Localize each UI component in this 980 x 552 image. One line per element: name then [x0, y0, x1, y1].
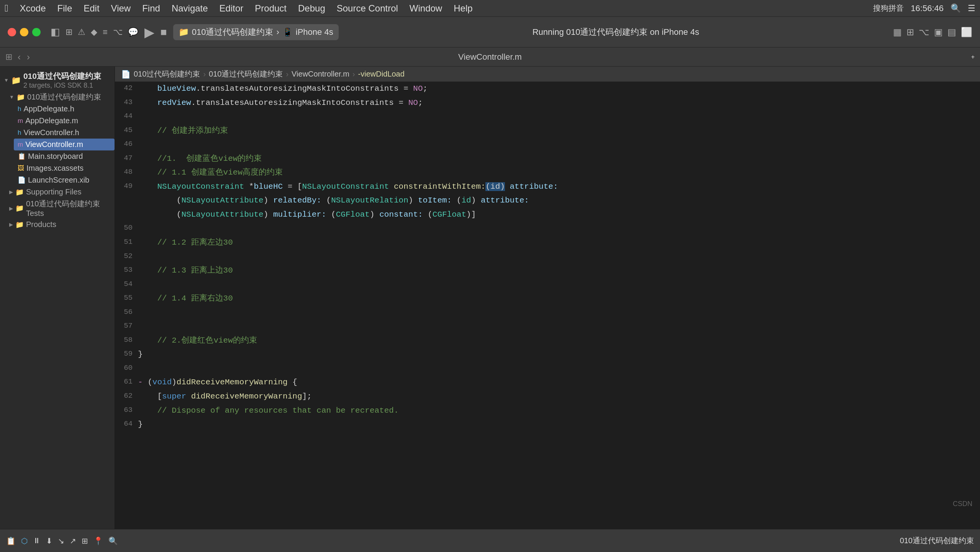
breadcrumb-part3[interactable]: ViewController.m	[292, 70, 349, 78]
layout-version-icon[interactable]: ⌥	[919, 27, 929, 38]
sidebar-item-appdelegate-h[interactable]: h AppDelegate.h	[14, 103, 115, 115]
code-line-51: 51 // 1.2 距离左边30	[115, 236, 980, 250]
menu-source-control[interactable]: Source Control	[334, 2, 400, 15]
breadcrumb: 📄 010过代码创建约束 › 010通过代码创建约束 › ViewControl…	[115, 67, 980, 82]
products-header[interactable]: ▶ 📁 Products	[6, 219, 115, 230]
file-name: ViewController.m	[25, 140, 83, 149]
add-tab-icon[interactable]: +	[971, 54, 975, 60]
layout-assistant-icon[interactable]: ⊞	[906, 27, 914, 38]
clock: 16:56:46	[911, 3, 944, 13]
input-method[interactable]: 搜狗拼音	[873, 3, 904, 13]
code-line-56: 56	[115, 306, 980, 320]
line-content	[138, 362, 980, 376]
code-line-59: 59 }	[115, 348, 980, 362]
run-button[interactable]: ▶	[144, 24, 154, 40]
sidebar-toggle-icon[interactable]: ◧	[51, 26, 60, 38]
step-into-icon[interactable]: ↘	[58, 536, 64, 545]
code-line-55: 55 // 1.4 距离右边30	[115, 292, 980, 306]
control-center-icon[interactable]: ☰	[968, 3, 975, 13]
breakpoint-icon[interactable]: ⬡	[21, 536, 28, 545]
layout-full-icon[interactable]: ⬜	[961, 27, 972, 38]
menu-navigate[interactable]: Navigate	[169, 2, 210, 15]
menu-editor[interactable]: Editor	[217, 2, 246, 15]
step-out-icon[interactable]: ↗	[70, 536, 76, 545]
file-icon-storyboard: 📋	[18, 152, 26, 160]
location-icon[interactable]: 📍	[93, 536, 103, 545]
menu-edit[interactable]: Edit	[81, 2, 102, 15]
group-triangle: ▼	[9, 94, 14, 100]
sidebar-item-launchscreen[interactable]: 📄 LaunchScreen.xib	[14, 174, 115, 186]
tabbar: ⊞ ‹ › ViewController.m +	[0, 47, 980, 67]
history-icon[interactable]: 💬	[128, 27, 138, 37]
list-icon[interactable]: ≡	[103, 27, 108, 37]
line-number: 58	[115, 334, 138, 346]
pause-icon[interactable]: ⏸	[33, 536, 41, 545]
project-root[interactable]: ▼ 📁 010通过代码创建约束 2 targets, iOS SDK 8.1	[0, 69, 115, 90]
line-content: // 1.1 创建蓝色view高度的约束	[138, 166, 980, 180]
layout-split-icon[interactable]: ▣	[934, 27, 943, 38]
menu-xcode[interactable]: Xcode	[18, 2, 48, 15]
debug-area-icon[interactable]: 📋	[6, 536, 16, 545]
issues-icon[interactable]: ⚠	[78, 27, 85, 37]
hierarchy-icon[interactable]: ⊞	[66, 27, 72, 37]
menu-file[interactable]: File	[55, 2, 75, 15]
layout-standard-icon[interactable]: ▦	[893, 27, 902, 38]
breadcrumb-part2[interactable]: 010通过代码创建约束	[209, 69, 283, 79]
line-content: // 创建并添加约束	[138, 124, 980, 138]
folder-icon4: 📁	[15, 220, 24, 229]
line-content: // 1.4 距离右边30	[138, 292, 980, 306]
menu-help[interactable]: Help	[451, 2, 475, 15]
supporting-files-header[interactable]: ▶ 📁 Supporting Files	[6, 186, 115, 197]
group-label2: Supporting Files	[26, 188, 82, 196]
code-line-49b: (NSLayoutAttribute) relatedBy: (NSLayout…	[115, 194, 980, 208]
sidebar-item-images-xcassets[interactable]: 🖼 Images.xcassets	[14, 162, 115, 174]
search-icon[interactable]: 🔍	[951, 3, 961, 13]
nav-forward-button[interactable]: ›	[25, 51, 32, 63]
breadcrumb-part1[interactable]: 010过代码创建约束	[134, 69, 200, 79]
sidebar-item-main-storyboard[interactable]: 📋 Main.storyboard	[14, 150, 115, 162]
folder-icon: 📁	[16, 93, 25, 101]
layout-single-icon[interactable]: ▤	[947, 27, 956, 38]
close-button[interactable]	[8, 28, 16, 36]
maximize-button[interactable]	[32, 28, 41, 36]
toggle-panel-icon[interactable]: ⊞	[82, 536, 88, 545]
line-content: blueView.translatesAutoresizingMaskIntoC…	[138, 82, 980, 96]
step-over-icon[interactable]: ⬇	[46, 536, 52, 545]
project-subtitle: 2 targets, iOS SDK 8.1	[23, 82, 101, 90]
code-line-54: 54	[115, 278, 980, 292]
apple-menu[interactable]: 	[5, 2, 8, 14]
menu-find[interactable]: Find	[140, 2, 162, 15]
scheme-selector[interactable]: 📁 010通过代码创建约束 › 📱 iPhone 4s	[173, 24, 339, 40]
line-number: 60	[115, 362, 138, 374]
menu-view[interactable]: View	[109, 2, 133, 15]
sidebar-item-viewcontroller-m[interactable]: m ViewController.m	[14, 139, 115, 150]
menubar:  Xcode File Edit View Find Navigate Edi…	[0, 0, 980, 17]
editor-split-icon[interactable]: ⊞	[5, 52, 12, 62]
code-line-49c: (NSLayoutAttribute) multiplier: (CGFloat…	[115, 208, 980, 222]
main-group-header[interactable]: ▼ 📁 010通过代码创建约束	[6, 90, 115, 103]
code-editor[interactable]: 42 blueView.translatesAutoresizingMaskIn…	[115, 82, 980, 529]
main-layout: ▼ 📁 010通过代码创建约束 2 targets, iOS SDK 8.1 ▼…	[0, 67, 980, 529]
line-content	[138, 138, 980, 152]
stop-button[interactable]: ■	[161, 26, 167, 38]
line-number: 56	[115, 306, 138, 318]
filter-icon[interactable]: 🔍	[108, 536, 118, 545]
menu-product[interactable]: Product	[252, 2, 289, 15]
file-icon-assets: 🖼	[18, 165, 24, 172]
line-number: 63	[115, 404, 138, 416]
nav-back-button[interactable]: ‹	[15, 51, 23, 63]
bookmark-icon[interactable]: ⌥	[113, 27, 123, 37]
minimize-button[interactable]	[20, 28, 28, 36]
file-name: Main.storyboard	[28, 152, 83, 161]
bottombar-scheme: 010通过代码创建约束	[900, 536, 974, 546]
csdn-watermark: CSDN	[953, 500, 972, 508]
menu-debug[interactable]: Debug	[296, 2, 328, 15]
tests-group-header[interactable]: ▶ 📁 010通过代码创建约束Tests	[6, 197, 115, 219]
editor-container: 📄 010过代码创建约束 › 010通过代码创建约束 › ViewControl…	[115, 67, 980, 529]
debug-icon[interactable]: ◆	[91, 27, 97, 37]
project-title: 010通过代码创建约束	[23, 71, 101, 82]
sidebar-item-viewcontroller-h[interactable]: h ViewController.h	[14, 127, 115, 139]
sidebar-item-appdelegate-m[interactable]: m AppDelegate.m	[14, 115, 115, 127]
menu-window[interactable]: Window	[407, 2, 444, 15]
breadcrumb-part4[interactable]: -viewDidLoad	[358, 70, 405, 78]
